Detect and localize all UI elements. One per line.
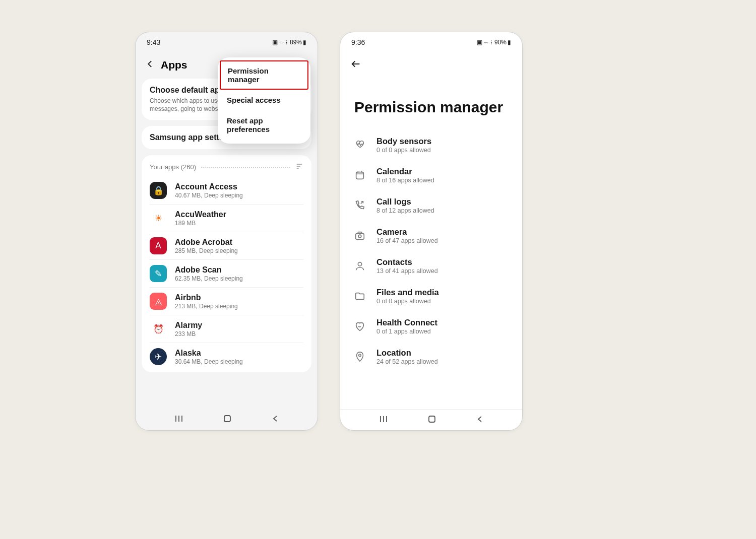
permission-name: Location: [376, 348, 438, 358]
permission-subtitle: 8 of 16 apps allowed: [376, 177, 434, 184]
app-name: Airbnb: [175, 293, 238, 302]
camera-icon: [354, 230, 365, 241]
nav-home-button[interactable]: [427, 415, 436, 426]
permission-name: Body sensors: [376, 137, 431, 146]
svg-point-14: [358, 235, 361, 238]
permission-subtitle: 8 of 12 apps allowed: [376, 207, 434, 214]
app-name: AccuWeather: [175, 210, 226, 219]
app-row[interactable]: ✈ Alaska 30.64 MB, Deep sleeping: [150, 343, 303, 370]
permission-row[interactable]: Call logs 8 of 12 apps allowed: [340, 190, 522, 221]
nav-back-button[interactable]: [272, 415, 279, 424]
divider-dotted: [201, 167, 290, 168]
health-icon: [354, 321, 365, 332]
svg-rect-6: [224, 416, 230, 422]
signal-icon: ⫶: [285, 39, 288, 46]
permission-name: Files and media: [376, 288, 439, 297]
app-name: Alarmy: [175, 321, 202, 330]
sort-button[interactable]: [295, 162, 303, 172]
back-button[interactable]: [340, 49, 522, 72]
svg-point-17: [359, 354, 361, 357]
app-name: Adobe Scan: [175, 265, 243, 275]
svg-rect-8: [356, 172, 364, 179]
location-icon: [354, 351, 365, 362]
app-icon: 🔒: [150, 182, 167, 199]
nav-recents-button[interactable]: [379, 415, 388, 426]
permission-subtitle: 13 of 41 apps allowed: [376, 267, 438, 275]
status-bar: 9:36 ▣ ◦◦ ⫶ 90%▮: [340, 32, 522, 49]
app-name: Alaska: [175, 349, 243, 358]
permission-subtitle: 0 of 0 apps allowed: [376, 298, 439, 305]
svg-point-16: [358, 262, 361, 266]
app-row[interactable]: ⏰ Alarmy 233 MB: [150, 315, 303, 343]
svg-rect-15: [358, 232, 361, 234]
permission-name: Call logs: [376, 197, 434, 207]
app-subtitle: 285 MB, Deep sleeping: [175, 247, 238, 254]
page-title: Permission manager: [340, 72, 522, 130]
status-time: 9:36: [351, 38, 365, 46]
app-row[interactable]: ◬ Airbnb 213 MB, Deep sleeping: [150, 288, 303, 315]
battery-icon: ▮: [303, 39, 306, 46]
nav-back-button[interactable]: [476, 416, 483, 425]
nav-bar: [136, 409, 318, 430]
calendar-icon: [354, 170, 365, 181]
signal-icon: ⫶: [490, 39, 493, 46]
permission-name: Contacts: [376, 257, 438, 267]
overflow-menu: Permission manager Special access Reset …: [218, 57, 310, 144]
status-icons: ▣ ◦◦ ⫶ 89%▮: [272, 39, 306, 46]
permission-row[interactable]: Location 24 of 52 apps allowed: [340, 342, 522, 372]
wifi-icon: ◦◦: [279, 39, 284, 46]
permission-row[interactable]: Health Connect 0 of 1 apps allowed: [340, 311, 522, 342]
nav-recents-button[interactable]: [174, 414, 183, 425]
page-title: Apps: [161, 59, 187, 71]
permission-row[interactable]: Files and media 0 of 0 apps allowed: [340, 281, 522, 311]
battery-saver-icon: ▣: [477, 39, 482, 46]
app-subtitle: 62.35 MB, Deep sleeping: [175, 275, 243, 282]
permission-row[interactable]: Body sensors 0 of 0 apps allowed: [340, 130, 522, 160]
back-button[interactable]: [146, 58, 155, 72]
permission-name: Health Connect: [376, 318, 437, 327]
app-name: Adobe Acrobat: [175, 238, 238, 247]
permission-name: Calendar: [376, 167, 434, 176]
app-subtitle: 213 MB, Deep sleeping: [175, 303, 238, 310]
your-apps-label: Your apps (260): [150, 163, 196, 171]
nav-bar: [340, 409, 522, 430]
app-icon: A: [150, 237, 167, 254]
battery-percent: 90%: [494, 39, 507, 46]
person-icon: [354, 260, 365, 272]
app-row[interactable]: ☀ AccuWeather 189 MB: [150, 205, 303, 232]
battery-saver-icon: ▣: [272, 39, 278, 46]
menu-permission-manager[interactable]: Permission manager: [220, 60, 308, 90]
app-subtitle: 40.67 MB, Deep sleeping: [175, 192, 243, 199]
status-bar: 9:43 ▣ ◦◦ ⫶ 89%▮: [136, 32, 318, 49]
app-row[interactable]: ✎ Adobe Scan 62.35 MB, Deep sleeping: [150, 260, 303, 288]
your-apps-header: Your apps (260): [150, 162, 303, 172]
nav-home-button[interactable]: [223, 414, 232, 425]
permission-subtitle: 24 of 52 apps allowed: [376, 358, 438, 365]
app-icon: ⏰: [150, 320, 167, 338]
app-icon: ☀: [150, 210, 167, 227]
folder-icon: [354, 291, 365, 302]
app-icon: ✎: [150, 265, 167, 282]
phone-permission-manager-screen: 9:36 ▣ ◦◦ ⫶ 90%▮ Permission manager Body…: [340, 32, 523, 431]
permission-row[interactable]: Contacts 13 of 41 apps allowed: [340, 251, 522, 281]
svg-rect-21: [429, 416, 435, 422]
battery-icon: ▮: [508, 39, 511, 46]
permission-subtitle: 0 of 1 apps allowed: [376, 328, 437, 335]
app-row[interactable]: A Adobe Acrobat 285 MB, Deep sleeping: [150, 232, 303, 260]
app-subtitle: 233 MB: [175, 330, 202, 338]
heart-icon: [354, 140, 365, 151]
status-time: 9:43: [147, 38, 160, 46]
app-icon: ◬: [150, 293, 167, 310]
menu-reset-app-preferences[interactable]: Reset app preferences: [218, 110, 310, 140]
app-row[interactable]: 🔒 Account Access 40.67 MB, Deep sleeping: [150, 177, 303, 205]
permission-row[interactable]: Calendar 8 of 16 apps allowed: [340, 160, 522, 190]
permission-row[interactable]: Camera 16 of 47 apps allowed: [340, 221, 522, 251]
permission-name: Camera: [376, 227, 438, 237]
app-icon: ✈: [150, 348, 167, 365]
menu-special-access[interactable]: Special access: [218, 90, 310, 110]
svg-rect-13: [356, 233, 364, 239]
battery-percent: 89%: [290, 39, 302, 46]
phone-apps-screen: 9:43 ▣ ◦◦ ⫶ 89%▮ Apps Choose default app…: [135, 32, 318, 431]
permission-subtitle: 0 of 0 apps allowed: [376, 147, 431, 154]
wifi-icon: ◦◦: [484, 39, 488, 46]
